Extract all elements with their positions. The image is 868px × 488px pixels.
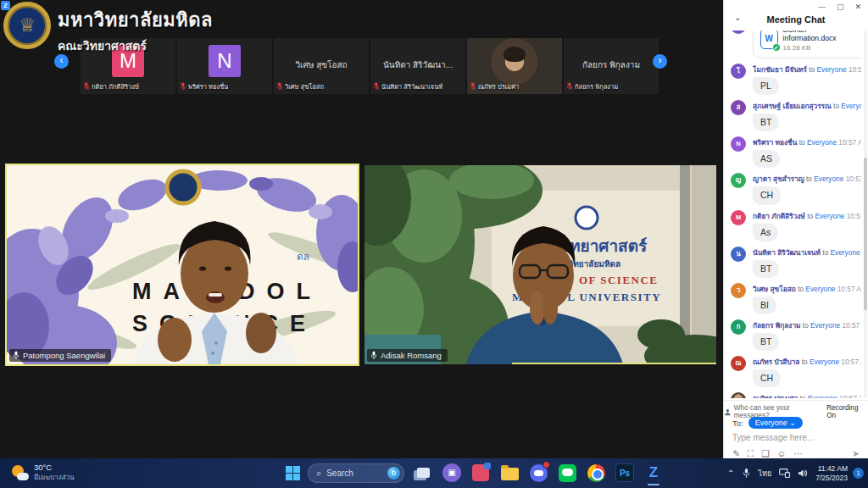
avatar: ญ xyxy=(731,173,746,188)
avatar xyxy=(731,392,746,398)
filmstrip-next-button[interactable]: › xyxy=(653,54,667,69)
chat-message[interactable]: ญญาดา สุขสำราญ to Everyone 10:57 AMCH xyxy=(731,173,861,204)
participant-thumbnail[interactable]: ณภัทร ปรเมศา xyxy=(467,38,562,94)
language-indicator[interactable]: ไทย xyxy=(758,468,771,480)
weather-desc: มีเมฆบางส่วน xyxy=(34,472,75,483)
taskbar-app-capture-tool[interactable] xyxy=(470,463,491,483)
chat-message-list[interactable]: PSW✓SCinter information.docx16.28 KBโโมก… xyxy=(731,30,861,398)
participant-thumbnail[interactable]: นันทิดา สิริวัฒนา...นันทิดา สิริวัฒนาเจน… xyxy=(370,38,465,94)
to-text: to xyxy=(802,358,808,366)
participant-avatar: N xyxy=(209,45,241,77)
start-button[interactable] xyxy=(286,466,300,480)
avatar: M xyxy=(731,210,746,225)
chat-message[interactable]: สสุภเศรษฐ์ เอี่ยมเอกสุวรรณ to Everyone 1… xyxy=(731,100,861,131)
university-titles: มหาวิทยาลัยมหิดล คณะวิทยาศาสตร์ xyxy=(58,2,213,55)
to-text: to xyxy=(809,65,815,74)
chat-message[interactable]: กกัลยกร พิกุลงาม to Everyone 10:57 AMBT xyxy=(731,319,861,351)
meeting-chat-panel: — ▢ ✕ ⌄ Meeting Chat PSW✓SCinter informa… xyxy=(723,0,868,458)
to-text: to xyxy=(800,394,806,398)
participant-thumbnail[interactable]: วิเศษ สุขโอสถวิเศษ สุขโอสถ xyxy=(274,38,369,94)
chat-message[interactable]: โโมกชัมธา มีจันทร์ to Everyone 10:57 AMP… xyxy=(731,64,861,95)
message-bubble: AS xyxy=(753,150,780,168)
minimize-icon[interactable]: — xyxy=(818,3,826,11)
chat-message[interactable]: ณณภัทร บัวสีบาล to Everyone 10:57 AMCH xyxy=(731,356,861,387)
message-header: ญาดา สุขสำราญ to Everyone 10:57 AM xyxy=(753,173,861,185)
search-input[interactable]: ⌕ Search b xyxy=(308,463,404,483)
recipient-name: Everyone xyxy=(810,358,839,366)
chat-scrollbar[interactable] xyxy=(864,30,867,398)
crown-icon: ♕ xyxy=(19,14,36,36)
hidden-icons-chevron[interactable]: ⌃ xyxy=(727,469,734,478)
zoom-window-icon: Z xyxy=(1,1,10,10)
participant-name-label: นันทิดา สิริวัฒนาเจนท์ xyxy=(373,81,442,92)
faculty-name: คณะวิทยาศาสตร์ xyxy=(58,36,213,55)
taskbar-app-line[interactable] xyxy=(557,463,577,483)
recipient-name: Everyone xyxy=(814,175,843,183)
system-tray: ⌃ ไทย 11:42 AM 7/25/2023 1 xyxy=(727,458,868,488)
muted-mic-icon xyxy=(373,82,380,91)
maximize-icon[interactable]: ▢ xyxy=(837,3,844,11)
avatar: ก xyxy=(731,319,746,335)
message-header: กัลยกร พิกุลงาม to Everyone 10:57 AM xyxy=(753,319,861,331)
participant-name-label: วิเศษ สุขโอสถ xyxy=(276,81,324,92)
participant-thumbnail[interactable]: กัลยกร พิกุลงามกัลยกร พิกุลงาม xyxy=(564,38,659,94)
video-feed-adisak[interactable]: คณะวิทยาศาสตร์ มหาวิทยาลัยมหิดล FACULTY … xyxy=(364,165,716,364)
windows-taskbar: 30°C มีเมฆบางส่วน ⌕ Search b ▣PsZ ⌃ ไทย … xyxy=(0,458,868,488)
message-bubble: BT xyxy=(753,114,779,131)
taskbar-clock[interactable]: 11:42 AM 7/25/2023 xyxy=(815,464,848,482)
to-text: to xyxy=(806,175,812,183)
to-text: to xyxy=(798,285,804,293)
muted-mic-icon xyxy=(566,82,573,91)
chat-message[interactable]: Mกติยา ภักดีสิริวงษ์ to Everyone 10:57 A… xyxy=(731,210,861,241)
file-size: 16.28 KB xyxy=(783,44,857,52)
recipient-name: Everyone xyxy=(808,394,837,398)
clock-time: 11:42 AM xyxy=(815,464,848,474)
taskbar-app-meeting-camera[interactable]: ▣ xyxy=(442,463,462,483)
avatar: โ xyxy=(731,64,746,79)
taskbar-app-chrome[interactable] xyxy=(586,463,606,483)
recipient-name: Everyone xyxy=(841,102,861,110)
scrollbar-thumb[interactable] xyxy=(864,158,867,310)
to-text: to xyxy=(822,248,828,257)
chat-message[interactable]: นนันทิดา สิริวัฒนาเจนท์ to Everyone 10:5… xyxy=(731,247,861,278)
chat-message[interactable]: ววิเศษ สุขโอสถ to Everyone 10:57 AMBI xyxy=(731,283,861,314)
chat-message[interactable]: Nพริศรา ทองชื่น to Everyone 10:57 AMAS xyxy=(731,136,861,168)
notification-badge[interactable]: 1 xyxy=(853,468,864,479)
filmstrip-prev-button[interactable]: ‹ xyxy=(54,54,69,69)
sender-name: นันทิดา สิริวัฒนาเจนท์ xyxy=(753,248,821,257)
to-text: to xyxy=(833,102,839,110)
sender-name: สุภเศรษฐ์ เอี่ยมเอกสุวรรณ xyxy=(753,102,832,110)
file-name: SCinter information.docx xyxy=(783,30,857,42)
participant-name-label: ณภัทร ปรเมศา xyxy=(470,81,519,92)
mahidol-logo: ♕ xyxy=(3,2,51,49)
chat-input[interactable]: Type message here... xyxy=(732,433,860,442)
participant-name: พริศรา ทองชื่น xyxy=(188,81,228,92)
taskbar-app-task-view[interactable] xyxy=(413,463,433,483)
participant-name: นันทิดา สิริวัฒนาเจนท์ xyxy=(381,81,442,92)
participant-name: วิเศษ สุขโอสถ xyxy=(285,81,324,92)
participant-name: Patompong Saengwilai xyxy=(23,351,105,360)
taskbar-app-zoom[interactable]: Z xyxy=(643,463,664,483)
participant-center-name: กัลยกร พิกุลงาม xyxy=(564,58,659,71)
recipient-name: Everyone xyxy=(810,321,840,330)
taskbar-app-file-explorer[interactable] xyxy=(499,463,520,483)
chat-file-message[interactable]: PSW✓SCinter information.docx16.28 KB xyxy=(731,30,861,58)
timestamp: 10:57 AM xyxy=(847,212,861,220)
recipient-selector[interactable]: Everyone ⌄ xyxy=(748,417,803,429)
timestamp: 10:57 AM xyxy=(841,358,861,366)
muted-mic-icon xyxy=(180,82,186,91)
weather-icon xyxy=(10,463,29,482)
bing-icon[interactable]: b xyxy=(387,467,400,480)
network-display-icon[interactable] xyxy=(779,469,790,478)
close-icon[interactable]: ✕ xyxy=(854,3,861,11)
taskbar-app-discord[interactable] xyxy=(528,463,548,483)
chat-message[interactable]: ณภัทร ปรเมศา to Everyone 10:57 AMPL xyxy=(731,392,861,398)
speaker-icon[interactable] xyxy=(798,469,808,478)
participant-name-label: กัลยกร พิกุลงาม xyxy=(566,81,618,92)
mic-tray-icon[interactable] xyxy=(743,468,750,479)
participant-name: ณภัทร ปรเมศา xyxy=(478,81,519,92)
taskbar-app-photoshop[interactable]: Ps xyxy=(615,463,635,483)
file-attachment-card[interactable]: W✓SCinter information.docx16.28 KB xyxy=(753,30,861,58)
video-feed-patompong[interactable]: MAHIDOL SCIENCE ดล xyxy=(5,164,359,366)
weather-widget[interactable]: 30°C มีเมฆบางส่วน xyxy=(10,463,75,483)
